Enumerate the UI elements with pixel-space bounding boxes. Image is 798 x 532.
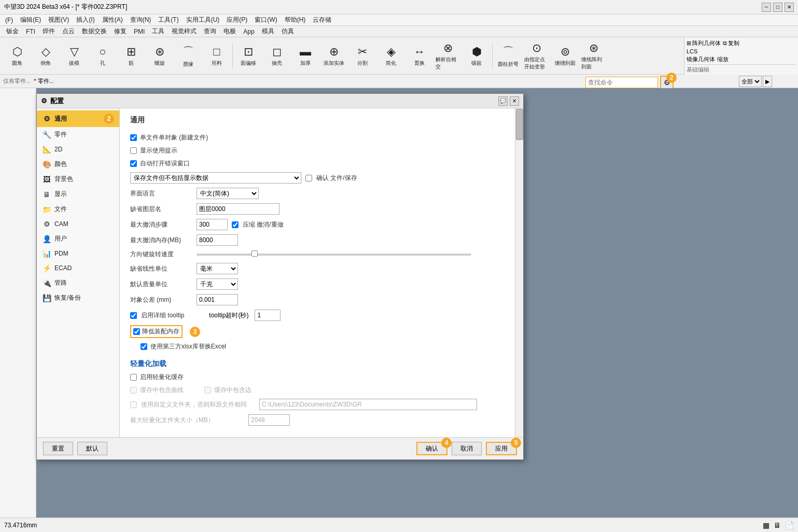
module-dataexchange[interactable]: 数据交换 (79, 26, 110, 37)
tool-helix[interactable]: ⊛ 螺旋 (146, 41, 174, 71)
maxsize-input[interactable] (248, 414, 290, 426)
dialog-close-btn[interactable]: ✕ (510, 96, 519, 106)
nav-recover[interactable]: 💾 恢复/备份 (37, 290, 119, 305)
menu-cloud[interactable]: 云存储 (310, 15, 334, 25)
module-pmi[interactable]: PMI (131, 27, 148, 36)
full-select[interactable]: 全部 (739, 76, 762, 87)
xlsx-checkbox[interactable] (141, 343, 147, 350)
scale-btn[interactable]: 缩放 (717, 55, 729, 63)
maximize-btn[interactable]: □ (773, 3, 782, 12)
tool-chamfer[interactable]: ◇ 倒角 (32, 41, 60, 71)
tolerance-input[interactable] (197, 294, 238, 305)
tool-draft[interactable]: ▽ 拔模 (60, 41, 88, 71)
tool-rib[interactable]: ⊞ 筋 (117, 41, 145, 71)
full-btn[interactable]: ▶ (763, 76, 772, 87)
linearunit-select[interactable]: 毫米 (197, 263, 238, 274)
nav-bgcolor[interactable]: 🖼 背景色 (37, 172, 119, 187)
menu-window[interactable]: 窗口(W) (251, 15, 280, 25)
tool-cylbend[interactable]: ⌒ 圆柱折弯 (494, 41, 522, 71)
tool-replace[interactable]: ↔ 置换 (405, 41, 433, 71)
massunit-select[interactable]: 千克 (197, 278, 238, 290)
menu-props[interactable]: 属性(A) (99, 15, 126, 25)
settings-btn[interactable]: ⚙ 2 (660, 76, 674, 89)
tool-addsolid[interactable]: ⊕ 添加实体 (320, 41, 348, 71)
default-btn[interactable]: 默认 (77, 442, 107, 455)
search-input[interactable] (585, 77, 658, 88)
module-weld[interactable]: 焊件 (39, 26, 58, 37)
dialog-comment-btn[interactable]: 💬 (498, 96, 508, 106)
content-scrollbar[interactable] (515, 108, 523, 437)
nav-file[interactable]: 📁 文件 (37, 202, 119, 217)
tool-inlay[interactable]: ⬢ 镶嵌 (463, 41, 491, 71)
module-pointcloud[interactable]: 点云 (59, 26, 78, 37)
tool-selfinter[interactable]: ⊗ 解析自相交 (434, 41, 462, 71)
checkbox-autoopen[interactable] (130, 160, 137, 167)
maxundomem-input[interactable] (197, 234, 238, 246)
tool-wrap[interactable]: ⊚ 缠绕到面 (551, 41, 579, 71)
lcs-label[interactable]: LCS (687, 48, 697, 54)
minimize-btn[interactable]: ─ (762, 3, 771, 12)
cancel-btn[interactable]: 取消 (452, 442, 482, 455)
module-visual[interactable]: 视觉样式 (169, 26, 200, 37)
nav-cam[interactable]: ⚙ CAM (37, 217, 119, 231)
nav-color[interactable]: 🎨 颜色 (37, 157, 119, 172)
module-sheetmetal[interactable]: 钣金 (3, 26, 22, 37)
deflayer-input[interactable] (197, 203, 279, 215)
menu-tools[interactable]: 工具(T) (155, 15, 181, 25)
language-select[interactable]: 中文(简体) (197, 188, 259, 199)
tool-deform[interactable]: ⊙ 由指定点开始变形 (523, 41, 551, 71)
scroll-thumb[interactable] (516, 109, 523, 140)
reducemem-checkbox[interactable] (133, 328, 140, 335)
lwcurve-checkbox[interactable] (130, 387, 137, 394)
module-app[interactable]: App (240, 27, 257, 36)
nav-display[interactable]: 🖥 显示 (37, 187, 119, 202)
module-electrode[interactable]: 电极 (220, 26, 239, 37)
array-geo-btn[interactable]: ⊞ 阵列几何体 (687, 39, 721, 47)
customfolder-checkbox[interactable] (130, 401, 137, 408)
menu-file[interactable]: (F) (2, 16, 16, 25)
tooltip-checkbox[interactable] (130, 312, 137, 319)
tool-thicken[interactable]: ▬ 加厚 (291, 41, 319, 71)
confirm-save-checkbox[interactable] (305, 175, 312, 181)
tool-fillet[interactable]: ⬡ 圆角 (3, 41, 31, 71)
menu-help[interactable]: 帮助(H) (282, 15, 309, 25)
module-mold[interactable]: 模具 (259, 26, 277, 37)
checkbox-singlefile[interactable] (130, 134, 137, 141)
checkbox-tips[interactable] (130, 147, 137, 154)
tool-wraparr[interactable]: ⊛ 缠线阵列到面 (580, 41, 608, 71)
nav-user[interactable]: 👤 用户 (37, 231, 119, 246)
menu-query[interactable]: 查询(N) (127, 15, 155, 25)
tool-hole[interactable]: ○ 孔 (89, 41, 117, 71)
nav-ecad[interactable]: ⚡ ECAD (37, 261, 119, 275)
copy-btn[interactable]: ⧉ 复制 (723, 39, 739, 47)
nav-part[interactable]: 🔧 零件 (37, 127, 119, 142)
compress-undo-checkbox[interactable] (232, 221, 239, 228)
reset-btn[interactable]: 重置 (43, 442, 73, 455)
menu-edit[interactable]: 编辑(E) (17, 15, 44, 25)
tool-blank[interactable]: □ 坯料 (203, 41, 231, 71)
tooltip-timeout-input[interactable] (255, 310, 281, 321)
tool-faceoffset[interactable]: ⊡ 面偏移 (234, 41, 262, 71)
module-query[interactable]: 查询 (201, 26, 219, 37)
customfolder-input[interactable] (259, 399, 477, 410)
tool-lip[interactable]: ⌒ 唇缘 (174, 41, 202, 71)
close-btn[interactable]: ✕ (785, 3, 794, 12)
maxundo-input[interactable] (197, 219, 228, 230)
nav-pdm[interactable]: 📊 PDM (37, 246, 119, 261)
menu-apps[interactable]: 应用(P) (223, 15, 250, 25)
menu-utils[interactable]: 实用工具(U) (183, 15, 223, 25)
nav-general[interactable]: ⚙ 通用 2 (37, 110, 119, 127)
module-sim[interactable]: 仿真 (278, 26, 297, 37)
lwcache-checkbox[interactable] (130, 374, 137, 381)
keyrotation-slider-thumb[interactable] (251, 250, 258, 257)
menu-insert[interactable]: 插入(I) (73, 15, 97, 25)
module-repair[interactable]: 修复 (111, 26, 130, 37)
lwedge-checkbox[interactable] (204, 387, 211, 394)
tool-shell[interactable]: ◻ 抽壳 (263, 41, 291, 71)
mirror-geo-btn[interactable]: 镜像几何体 (687, 55, 715, 63)
nav-2d[interactable]: 📐 2D (37, 142, 119, 157)
tool-split[interactable]: ✂ 分割 (348, 41, 376, 71)
module-fti[interactable]: FTI (23, 27, 38, 36)
nav-pipe[interactable]: 🔌 管路 (37, 275, 119, 290)
save-mode-select[interactable]: 保存文件但不包括显示数据 (130, 172, 301, 184)
